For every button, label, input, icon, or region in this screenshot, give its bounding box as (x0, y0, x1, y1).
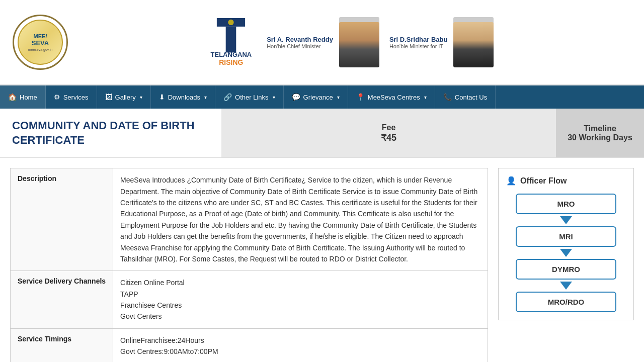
timings-label: Service Timings (11, 328, 113, 362)
delivery-row: Service Delivery Channels Citizen Online… (11, 271, 488, 329)
minister-1: Sri A. Revanth Reddy Hon'ble Chief Minis… (267, 17, 379, 67)
gallery-arrow: ▾ (140, 95, 142, 100)
timing-2: Govt Centres:9:00AMto7:00PM (120, 346, 480, 357)
logo-url: meeseva.gov.in (28, 48, 53, 51)
meeseva-arrow: ▾ (424, 95, 427, 100)
other-links-arrow: ▾ (273, 95, 275, 100)
meeseva-centres-icon: 📍 (356, 93, 365, 101)
grievance-arrow: ▾ (337, 95, 340, 100)
description-value: MeeSeva Introduces ¿Community Date of Bi… (113, 168, 488, 271)
site-logo: MEE/ SEVA meeseva.gov.in (10, 15, 70, 70)
officer-flow-label: Officer Flow (520, 176, 567, 186)
fee-label: Fee (382, 123, 396, 132)
nav-gallery-label: Gallery (115, 94, 136, 101)
nav-downloads-label: Downloads (168, 94, 200, 101)
timeline-value: 30 Working Days (568, 133, 632, 142)
nav-services-label: Services (63, 94, 89, 101)
nav-downloads[interactable]: ⬇ Downloads ▾ (151, 85, 215, 109)
fee-amount: ₹45 (381, 132, 396, 143)
logo-mee-text: MEE/ (34, 33, 47, 39)
nav-meeseva-centres[interactable]: 📍 MeeSeva Centres ▾ (348, 85, 435, 109)
minister-2-avatar (453, 17, 494, 67)
flow-box-mri: MRI (516, 226, 616, 247)
header-center: TELANGANA RISING Sri A. Revanth Reddy Ho… (70, 17, 634, 67)
minister-2-title: Hon'ble Minister for IT (389, 43, 448, 49)
description-row: Description MeeSeva Introduces ¿Communit… (11, 168, 488, 271)
delivery-channel-2: TAPP (120, 289, 480, 300)
minister-1-name: Sri A. Revanth Reddy (267, 36, 333, 43)
page-title: COMMUNITY AND DATE OF BIRTH CERTIFICATE (12, 119, 209, 147)
nav-other-links-label: Other Links (235, 94, 268, 101)
services-icon: ⚙ (54, 93, 60, 101)
flow-arrow-3 (560, 282, 572, 290)
nav-contact-us[interactable]: 📞 Contact Us (435, 85, 496, 109)
timings-value: OnlineFranchisee:24Hours Govt Centres:9:… (113, 328, 488, 362)
t-logo-shape (216, 18, 246, 56)
delivery-channel-1: Citizen Online Portal (120, 277, 480, 288)
flow-box-dymro: DYMRO (516, 259, 616, 280)
timeline-label: Timeline (584, 124, 616, 133)
page-header: COMMUNITY AND DATE OF BIRTH CERTIFICATE … (0, 109, 644, 158)
svg-point-2 (228, 20, 234, 25)
minister-1-avatar (339, 17, 379, 67)
flow-step-4: MRO/RDO (506, 292, 626, 312)
main-nav: 🏠 Home ⚙ Services 🖼 Gallery ▾ ⬇ Download… (0, 85, 644, 109)
flow-box-mro: MRO (516, 194, 616, 214)
minister-2: Sri D.Sridhar Babu Hon'ble Minister for … (389, 17, 494, 67)
nav-home-label: Home (20, 94, 37, 101)
telangana-label: TELANGANA (211, 51, 252, 58)
ministers-section: Sri A. Revanth Reddy Hon'ble Chief Minis… (267, 17, 494, 67)
nav-services[interactable]: ⚙ Services (46, 85, 97, 109)
delivery-label: Service Delivery Channels (11, 271, 113, 329)
minister-1-title: Hon'ble Chief Minister (267, 43, 333, 49)
telangana-logo: TELANGANA RISING (211, 18, 252, 66)
nav-contact-label: Contact Us (455, 94, 487, 101)
nav-meeseva-centres-label: MeeSeva Centres (368, 94, 420, 101)
flow-arrow-1 (560, 216, 572, 224)
minister-2-name: Sri D.Sridhar Babu (389, 36, 448, 43)
flow-arrow-2 (560, 249, 572, 257)
delivery-value: Citizen Online Portal TAPP Franchisee Ce… (113, 271, 488, 329)
logo-seva-text: SEVA (32, 39, 49, 47)
minister-2-text: Sri D.Sridhar Babu Hon'ble Minister for … (389, 36, 448, 49)
delivery-channel-3: Franchisee Centres (120, 300, 480, 311)
flow-step-1: MRO (506, 194, 626, 226)
nav-home[interactable]: 🏠 Home (0, 85, 46, 109)
delivery-channel-4: Govt Centers (120, 311, 480, 322)
nav-grievance-label: Grievance (303, 94, 333, 101)
officer-flow-title: 👤 Officer Flow (506, 176, 626, 186)
gallery-icon: 🖼 (105, 93, 112, 101)
nav-other-links[interactable]: 🔗 Other Links ▾ (215, 85, 283, 109)
description-label: Description (11, 168, 113, 271)
other-links-icon: 🔗 (223, 93, 232, 101)
timeline-section: Timeline 30 Working Days (556, 109, 644, 157)
service-table: Description MeeSeva Introduces ¿Communit… (10, 168, 488, 362)
content-body: Description MeeSeva Introduces ¿Communit… (0, 158, 644, 362)
fee-section: Fee ₹45 (221, 109, 556, 157)
home-icon: 🏠 (8, 93, 17, 101)
site-header: MEE/ SEVA meeseva.gov.in TELANGANA RISIN… (0, 0, 644, 85)
timings-row: Service Timings OnlineFranchisee:24Hours… (11, 328, 488, 362)
officer-flow-panel: 👤 Officer Flow MRO MRI DYMRO MRO/RDO (498, 168, 634, 320)
flow-box-mro-rdo: MRO/RDO (516, 292, 616, 312)
nav-grievance[interactable]: 💬 Grievance ▾ (284, 85, 348, 109)
rising-label: RISING (211, 58, 252, 66)
contact-icon: 📞 (443, 93, 452, 101)
minister-1-text: Sri A. Revanth Reddy Hon'ble Chief Minis… (267, 36, 333, 49)
downloads-icon: ⬇ (159, 93, 165, 101)
svg-rect-1 (226, 27, 236, 53)
timing-1: OnlineFranchisee:24Hours (120, 335, 480, 346)
nav-gallery[interactable]: 🖼 Gallery ▾ (97, 85, 151, 109)
officer-flow-icon: 👤 (506, 176, 516, 186)
flow-step-2: MRI (506, 226, 626, 259)
page-title-section: COMMUNITY AND DATE OF BIRTH CERTIFICATE (0, 109, 221, 157)
grievance-icon: 💬 (292, 93, 300, 101)
downloads-arrow: ▾ (204, 95, 207, 100)
flow-step-3: DYMRO (506, 259, 626, 292)
